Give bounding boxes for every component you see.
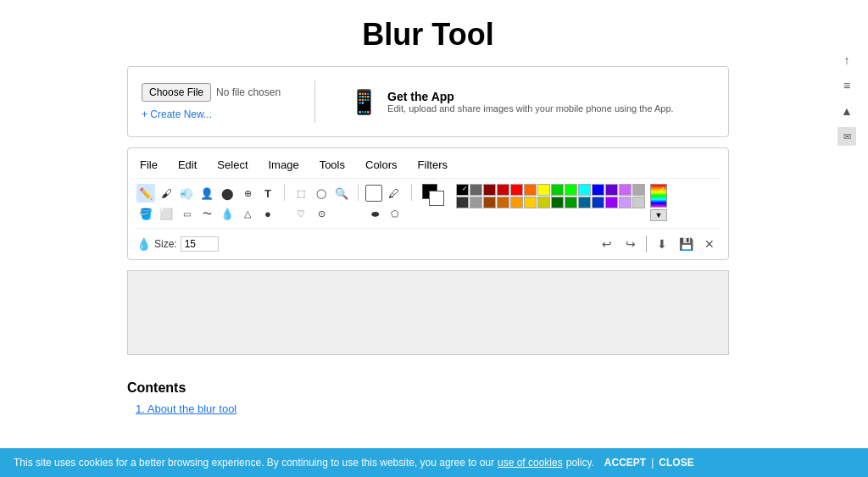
tool-eyedropper[interactable]: 🖊	[384, 184, 403, 202]
color-swatch-16[interactable]	[483, 197, 496, 208]
menu-select[interactable]: Select	[214, 157, 251, 173]
color-swatch-4[interactable]	[510, 184, 523, 196]
bg-color-box[interactable]	[429, 191, 444, 206]
color-swatch-12[interactable]	[619, 184, 632, 196]
tools-row-2: 🪣 ⬜ ▭ 〜 💧 △ ●	[136, 204, 277, 223]
color-swatch-1[interactable]	[470, 184, 482, 196]
color-swatch-22[interactable]	[565, 197, 577, 208]
tool-rect-sel[interactable]: ⬚	[292, 184, 310, 202]
tool-heart[interactable]: ♡	[292, 204, 310, 223]
tool-smudge[interactable]: ⊕	[238, 184, 257, 202]
color-swatch-15[interactable]	[470, 197, 482, 208]
color-swatch-20[interactable]	[537, 197, 550, 208]
tool-pentagon[interactable]: ⬠	[386, 204, 404, 223]
upload-section: Choose File No file chosen + Create New.…	[127, 66, 729, 137]
get-app-desc: Edit, upload and share images with your …	[387, 103, 674, 114]
menu-edit[interactable]: Edit	[175, 157, 200, 173]
color-swatch-23[interactable]	[578, 197, 591, 208]
color-swatch-24[interactable]	[592, 197, 604, 208]
fg-bg-colors[interactable]	[422, 184, 446, 208]
tool-clone[interactable]: 👤	[198, 184, 216, 202]
color-swatch-21[interactable]	[551, 197, 564, 208]
main-content: Blur Tool Choose File No file chosen + C…	[0, 0, 856, 477]
menu-colors[interactable]: Colors	[362, 157, 401, 173]
color-options-btn[interactable]: ▼	[650, 209, 667, 221]
tool-text[interactable]: T	[259, 184, 277, 202]
tool-ellipse[interactable]: ⬬	[365, 204, 384, 223]
cookie-policy: policy.	[566, 457, 594, 469]
color-swatches: ✓	[456, 184, 645, 208]
color-swatch-25[interactable]	[605, 197, 618, 208]
size-input[interactable]	[181, 236, 219, 252]
download-button[interactable]: ⬇	[652, 234, 672, 254]
toolbar-section: File Edit Select Image Tools Colors Filt…	[127, 147, 729, 260]
menu-filters[interactable]: Filters	[415, 157, 451, 173]
tool-airbrush[interactable]: 💨	[177, 184, 196, 202]
redo-button[interactable]: ↪	[620, 234, 641, 254]
cookie-actions: ACCEPT | CLOSE	[604, 457, 694, 469]
tool-circle[interactable]: ⬤	[218, 184, 236, 202]
canvas-area[interactable]	[127, 270, 729, 355]
cookie-banner: This site uses cookies for a better brow…	[0, 448, 868, 477]
tool-eraser[interactable]: ⬜	[157, 204, 175, 223]
cookie-text: This site uses cookies for a better brow…	[14, 457, 494, 469]
color-swatch-6[interactable]	[537, 184, 550, 196]
tool-sep-3	[411, 184, 412, 201]
color-swatch-17[interactable]	[497, 197, 509, 208]
arrow-icon[interactable]: ↑	[837, 51, 856, 69]
tool-fill[interactable]: 🪣	[136, 204, 155, 223]
color-swatch-11[interactable]	[605, 184, 618, 196]
tool-sep-1	[284, 184, 285, 201]
tool-circle-sel[interactable]: ⊙	[312, 204, 331, 223]
choose-file-button[interactable]: Choose File	[142, 83, 211, 102]
cookie-accept-button[interactable]: ACCEPT	[604, 457, 646, 469]
color-swatch-27[interactable]	[632, 197, 645, 208]
page-title: Blur Tool	[0, 0, 856, 66]
color-swatch-2[interactable]	[483, 184, 496, 196]
menu-bar: File Edit Select Image Tools Colors Filt…	[136, 153, 720, 179]
upload-left: Choose File No file chosen + Create New.…	[142, 83, 281, 120]
menu-file[interactable]: File	[136, 157, 161, 173]
rainbow-swatch[interactable]: ✓	[650, 184, 667, 208]
tool-dot[interactable]: ●	[259, 204, 277, 223]
color-swatch-7[interactable]	[551, 184, 564, 196]
tools-row-1: ✏️ 🖌 💨 👤 ⬤ ⊕ T	[136, 184, 277, 202]
tool-zoom[interactable]: 🔍	[332, 184, 351, 202]
bars-icon[interactable]: ≡	[837, 76, 856, 95]
cookie-link[interactable]: use of cookies	[498, 457, 563, 469]
tool-rect-shape[interactable]	[365, 185, 382, 202]
contents-item-1[interactable]: 1. About the blur tool	[127, 402, 729, 415]
tool-brush[interactable]: 🖌	[157, 184, 175, 202]
mail-icon[interactable]: ✉	[837, 127, 856, 146]
close-button[interactable]: ✕	[699, 234, 720, 254]
save-button[interactable]: 💾	[676, 234, 696, 254]
color-swatch-9[interactable]	[578, 184, 591, 196]
tool-pencil[interactable]: ✏️	[136, 184, 155, 202]
color-swatch-0[interactable]: ✓	[456, 184, 469, 196]
get-app-section: 📱 Get the App Edit, upload and share ima…	[349, 88, 674, 116]
color-swatch-18[interactable]	[510, 197, 523, 208]
tool-rect-select[interactable]: ▭	[177, 204, 196, 223]
tool-lasso-sel[interactable]: ◯	[312, 184, 331, 202]
triangle-icon[interactable]: ▲	[837, 102, 856, 120]
cookie-close-button[interactable]: CLOSE	[659, 457, 693, 469]
color-swatch-14[interactable]	[456, 197, 469, 208]
action-sep	[646, 236, 647, 252]
upload-divider	[314, 80, 315, 123]
color-swatch-8[interactable]	[565, 184, 577, 196]
color-swatch-3[interactable]	[497, 184, 509, 196]
tool-curve[interactable]: 〜	[198, 204, 216, 223]
undo-button[interactable]: ↩	[597, 234, 617, 254]
color-swatch-13[interactable]	[632, 184, 645, 196]
color-swatch-19[interactable]	[524, 197, 537, 208]
color-swatch-5[interactable]	[524, 184, 537, 196]
color-swatch-10[interactable]	[592, 184, 604, 196]
tool-triangle[interactable]: △	[238, 204, 257, 223]
menu-image[interactable]: Image	[265, 157, 303, 173]
tool-drop[interactable]: 💧	[218, 204, 236, 223]
color-swatch-26[interactable]	[619, 197, 632, 208]
cookie-sep: |	[651, 457, 654, 469]
menu-tools[interactable]: Tools	[316, 157, 348, 173]
blur-size-icon: 💧	[136, 237, 151, 251]
create-new-link[interactable]: + Create New...	[142, 108, 281, 120]
